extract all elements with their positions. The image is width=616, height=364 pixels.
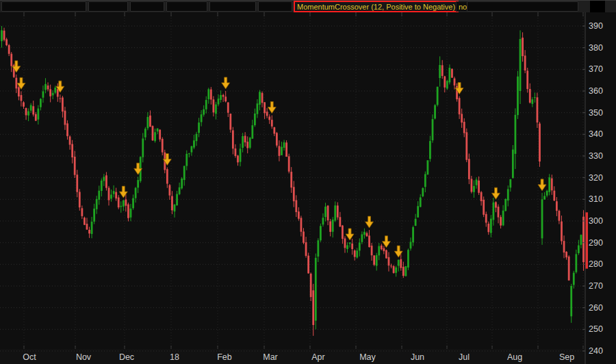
price-axis-label: 350 (589, 108, 603, 118)
indicator-label-text: MomentumCrossover (12, Positive to Negat… (297, 3, 455, 11)
price-axis-label: 250 (589, 324, 603, 334)
time-axis-label: Nov (76, 352, 92, 362)
price-axis-label: 260 (589, 303, 603, 313)
price-axis-label: 280 (589, 259, 603, 269)
price-axis-label: 330 (589, 151, 603, 161)
indicator-value-text: no (459, 3, 467, 11)
time-axis-label: May (359, 352, 376, 362)
time-axis-label: Sep (559, 352, 574, 362)
toolbar-button-4[interactable] (166, 1, 207, 12)
toolbar-button-6[interactable] (258, 1, 292, 12)
axis-last-bar-range (586, 212, 589, 268)
price-axis-label: 300 (589, 216, 603, 226)
toolbar-button-3[interactable] (130, 1, 164, 12)
time-axis-label: Jun (411, 352, 424, 362)
indicator-label-highlighted[interactable]: MomentumCrossover (12, Positive to Negat… (294, 1, 459, 12)
toolbar-black-square (590, 1, 605, 12)
chart-background (0, 12, 616, 364)
time-axis-label: Apr (311, 352, 324, 362)
price-axis-label: 290 (589, 238, 603, 248)
candlestick-chart[interactable]: 2402502602702802903003103203303403503603… (0, 12, 616, 364)
time-axis-label: Mar (263, 352, 278, 362)
time-axis-label: Feb (217, 352, 232, 362)
chart-canvas[interactable]: 2402502602702802903003103203303403503603… (0, 12, 616, 364)
time-axis-label: 18 (170, 352, 179, 362)
toolbar-button-1[interactable] (1, 1, 86, 12)
price-axis-label: 320 (589, 173, 603, 183)
time-axis-label: Dec (119, 352, 134, 362)
price-axis-label: 370 (589, 64, 603, 74)
price-axis-label: 380 (589, 43, 603, 53)
trading-platform-window: MomentumCrossover (12, Positive to Negat… (0, 0, 616, 364)
price-axis-label: 360 (589, 86, 603, 96)
time-axis-label: Oct (23, 352, 36, 362)
time-axis-label: Aug (507, 352, 522, 362)
price-axis-label: 240 (589, 346, 603, 356)
price-axis-label: 390 (589, 21, 603, 31)
chart-toolbar: MomentumCrossover (12, Positive to Negat… (0, 0, 616, 12)
price-axis-label: 270 (589, 281, 603, 291)
toolbar-button-2[interactable] (88, 1, 128, 12)
time-axis-label: Jul (459, 352, 470, 362)
toolbar-button-7[interactable] (467, 1, 578, 12)
price-axis-label: 310 (589, 194, 603, 204)
price-axis-label: 340 (589, 129, 603, 139)
toolbar-button-5[interactable] (209, 1, 256, 12)
